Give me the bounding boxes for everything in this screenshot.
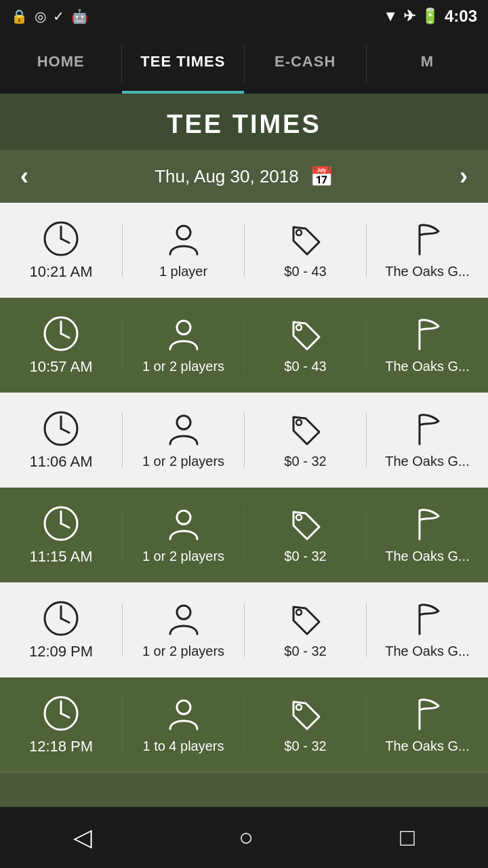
svg-line-20 xyxy=(61,524,69,528)
status-icons-left: 🔒 ◎ ✓ 🤖 xyxy=(11,8,88,24)
tee-row[interactable]: 10:21 AM 1 player $0 - 43 The Oaks G... xyxy=(0,203,488,298)
svg-line-2 xyxy=(61,239,69,243)
cell-time-2: 11:06 AM xyxy=(0,410,122,471)
home-button[interactable]: ○ xyxy=(239,823,253,852)
tab-more[interactable]: M xyxy=(367,33,488,94)
time-5: 12:18 PM xyxy=(29,738,93,755)
tab-home[interactable]: HOME xyxy=(0,33,121,94)
price-1: $0 - 43 xyxy=(284,359,326,374)
bottom-nav: ◁ ○ □ xyxy=(0,807,488,868)
tee-row[interactable]: 11:06 AM 1 or 2 players $0 - 32 The Oaks xyxy=(0,393,488,488)
tab-tee-times[interactable]: TEE TIMES xyxy=(122,33,243,94)
recent-button[interactable]: □ xyxy=(400,823,415,852)
price-tag-icon xyxy=(287,695,325,733)
svg-line-8 xyxy=(61,334,69,338)
cell-time-5: 12:18 PM xyxy=(0,694,122,755)
price-tag-icon xyxy=(287,220,325,258)
tee-row[interactable]: 11:15 AM 1 or 2 players $0 - 32 The Oaks xyxy=(0,488,488,583)
player-icon xyxy=(165,505,203,543)
flag-icon xyxy=(409,315,447,353)
status-bar: 🔒 ◎ ✓ 🤖 ▼ ✈ 🔋 4:03 xyxy=(0,0,488,33)
wifi-icon: ▼ xyxy=(383,7,398,25)
course-2: The Oaks G... xyxy=(385,454,469,469)
price-4: $0 - 32 xyxy=(284,644,326,659)
cell-price-0: $0 - 43 xyxy=(245,220,366,279)
course-0: The Oaks G... xyxy=(385,264,469,279)
cell-players-4: 1 or 2 players xyxy=(123,600,244,659)
svg-point-22 xyxy=(296,515,302,520)
svg-line-32 xyxy=(61,713,69,717)
date-nav: ‹ Thu, Aug 30, 2018 📅 › xyxy=(0,150,488,203)
player-icon xyxy=(165,695,203,733)
price-tag-icon xyxy=(287,315,325,353)
svg-point-21 xyxy=(177,511,190,524)
airplane-icon: ✈ xyxy=(403,7,415,25)
svg-point-33 xyxy=(177,701,190,714)
flag-icon xyxy=(409,505,447,543)
price-3: $0 - 32 xyxy=(284,549,326,564)
players-1: 1 or 2 players xyxy=(142,359,224,374)
cell-price-5: $0 - 32 xyxy=(245,695,366,754)
cell-price-3: $0 - 32 xyxy=(245,505,366,564)
cell-course-5: The Oaks G... xyxy=(367,695,488,754)
price-tag-icon xyxy=(287,600,325,638)
next-date-button[interactable]: › xyxy=(460,162,468,191)
cell-time-0: 10:21 AM xyxy=(0,220,122,281)
players-3: 1 or 2 players xyxy=(142,549,224,564)
flag-icon xyxy=(409,410,447,448)
course-1: The Oaks G... xyxy=(385,359,469,374)
clock-icon xyxy=(42,220,80,258)
time-3: 11:15 AM xyxy=(30,548,93,566)
cell-course-3: The Oaks G... xyxy=(367,505,488,564)
back-button[interactable]: ◁ xyxy=(73,823,92,852)
svg-point-4 xyxy=(296,230,302,235)
tee-row[interactable]: 12:09 PM 1 or 2 players $0 - 32 The Oaks xyxy=(0,583,488,677)
cell-course-0: The Oaks G... xyxy=(367,220,488,279)
cell-course-4: The Oaks G... xyxy=(367,600,488,659)
lock-icon: 🔒 xyxy=(11,8,28,24)
svg-point-15 xyxy=(177,416,190,429)
date-text: Thu, Aug 30, 2018 xyxy=(155,166,299,187)
time-1: 10:57 AM xyxy=(30,358,93,376)
calendar-icon[interactable]: 📅 xyxy=(310,165,333,188)
course-3: The Oaks G... xyxy=(385,549,469,564)
flag-icon xyxy=(409,695,447,733)
tab-e-cash[interactable]: E-CASH xyxy=(245,33,366,94)
price-0: $0 - 43 xyxy=(284,264,326,279)
status-time: 4:03 xyxy=(445,7,477,26)
cell-players-5: 1 to 4 players xyxy=(123,695,244,754)
svg-line-26 xyxy=(61,618,69,623)
price-2: $0 - 32 xyxy=(284,454,326,469)
cell-time-3: 11:15 AM xyxy=(0,505,122,566)
svg-point-9 xyxy=(177,321,190,334)
players-0: 1 player xyxy=(159,264,207,279)
price-tag-icon xyxy=(287,410,325,448)
flag-icon xyxy=(409,220,447,258)
time-4: 12:09 PM xyxy=(29,643,93,660)
cell-time-4: 12:09 PM xyxy=(0,599,122,660)
svg-point-28 xyxy=(296,610,302,615)
page-header: TEE TIMES xyxy=(0,94,488,150)
tee-row[interactable]: 12:18 PM 1 to 4 players $0 - 32 The Oaks xyxy=(0,677,488,772)
course-4: The Oaks G... xyxy=(385,644,469,659)
status-icons-right: ▼ ✈ 🔋 4:03 xyxy=(383,7,477,26)
tee-row[interactable]: 10:57 AM 1 or 2 players $0 - 43 The Oaks xyxy=(0,298,488,393)
cell-time-1: 10:57 AM xyxy=(0,315,122,376)
prev-date-button[interactable]: ‹ xyxy=(20,162,28,191)
clock-icon xyxy=(42,410,80,448)
player-icon xyxy=(165,220,203,258)
cell-players-1: 1 or 2 players xyxy=(123,315,244,374)
svg-line-14 xyxy=(61,429,69,433)
price-tag-icon xyxy=(287,505,325,543)
price-5: $0 - 32 xyxy=(284,738,326,754)
player-icon xyxy=(165,410,203,448)
clock-icon xyxy=(42,505,80,542)
svg-point-16 xyxy=(296,420,302,425)
cell-course-1: The Oaks G... xyxy=(367,315,488,374)
cell-price-4: $0 - 32 xyxy=(245,600,366,659)
clock-icon xyxy=(42,694,80,732)
cell-price-1: $0 - 43 xyxy=(245,315,366,374)
cell-players-0: 1 player xyxy=(123,220,244,279)
clock-icon xyxy=(42,315,80,353)
cell-course-2: The Oaks G... xyxy=(367,410,488,469)
